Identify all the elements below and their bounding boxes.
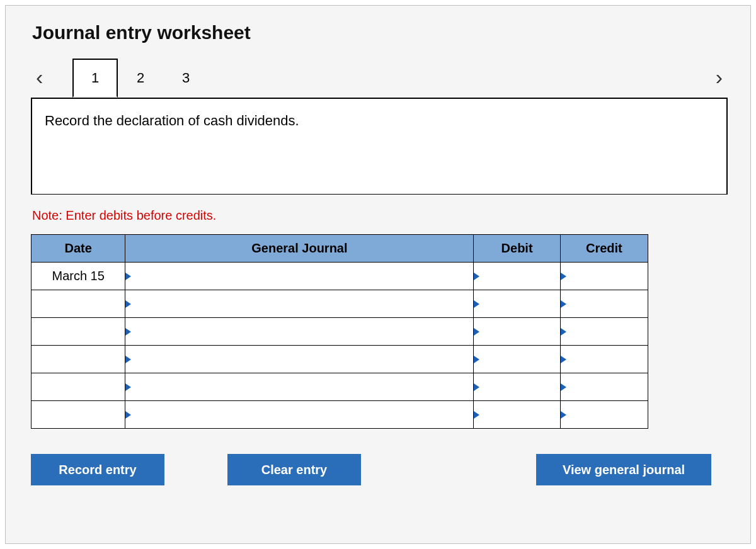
button-row: Record entry Clear entry View general jo…: [31, 454, 711, 485]
worksheet-panel: Journal entry worksheet ‹ 1 2 3 › Record…: [5, 5, 751, 544]
tabs: 1 2 3: [72, 59, 209, 98]
cell-credit[interactable]: [560, 318, 648, 346]
header-journal: General Journal: [125, 235, 474, 263]
note-text: Note: Enter debits before credits.: [32, 208, 728, 223]
cell-date[interactable]: [32, 401, 125, 429]
table-row: [32, 290, 648, 318]
cell-debit[interactable]: [474, 373, 560, 401]
cell-credit[interactable]: [560, 263, 648, 290]
cell-journal[interactable]: [125, 346, 474, 373]
cell-date[interactable]: [32, 346, 125, 373]
cell-credit[interactable]: [560, 290, 648, 318]
cell-journal[interactable]: [125, 401, 474, 429]
cell-journal[interactable]: [125, 318, 474, 346]
cell-journal[interactable]: [125, 373, 474, 401]
record-entry-button[interactable]: Record entry: [31, 454, 164, 485]
table-row: [32, 318, 648, 346]
cell-date[interactable]: [32, 318, 125, 346]
table-row: March 15: [32, 263, 648, 290]
cell-debit[interactable]: [474, 290, 560, 318]
cell-debit[interactable]: [474, 263, 560, 290]
instruction-box: Record the declaration of cash dividends…: [31, 98, 728, 195]
cell-journal[interactable]: [125, 263, 474, 290]
cell-credit[interactable]: [560, 346, 648, 373]
chevron-right-icon[interactable]: ›: [716, 66, 723, 88]
cell-credit[interactable]: [560, 401, 648, 429]
clear-entry-button[interactable]: Clear entry: [227, 454, 361, 485]
header-credit: Credit: [560, 235, 648, 263]
view-general-journal-button[interactable]: View general journal: [536, 454, 711, 485]
table-row: [32, 401, 648, 429]
header-debit: Debit: [474, 235, 560, 263]
tab-row: ‹ 1 2 3 ›: [31, 59, 728, 99]
cell-credit[interactable]: [560, 373, 648, 401]
tab-3[interactable]: 3: [163, 59, 209, 98]
instruction-text: Record the declaration of cash dividends…: [45, 113, 299, 128]
page-title: Journal entry worksheet: [32, 22, 728, 43]
cell-date[interactable]: March 15: [32, 263, 125, 290]
cell-debit[interactable]: [474, 318, 560, 346]
tab-1[interactable]: 1: [72, 59, 118, 98]
chevron-left-icon[interactable]: ‹: [36, 66, 43, 88]
cell-date[interactable]: [32, 373, 125, 401]
cell-debit[interactable]: [474, 346, 560, 373]
table-row: [32, 373, 648, 401]
journal-table: Date General Journal Debit Credit March …: [31, 234, 648, 429]
cell-debit[interactable]: [474, 401, 560, 429]
tab-2[interactable]: 2: [118, 59, 163, 98]
cell-date[interactable]: [32, 290, 125, 318]
cell-journal[interactable]: [125, 290, 474, 318]
header-date: Date: [32, 235, 125, 263]
table-row: [32, 346, 648, 373]
